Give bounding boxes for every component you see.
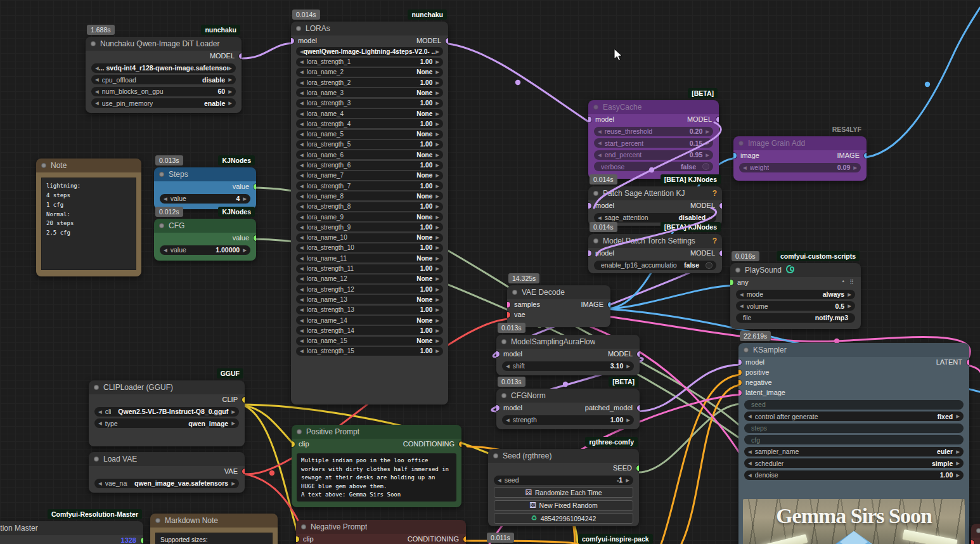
decrement-arrow-icon[interactable]: ◀	[300, 111, 304, 117]
collapse-dot-icon[interactable]	[41, 163, 46, 168]
decrement-arrow-icon[interactable]: ◀	[300, 318, 304, 323]
output-slot-MODEL[interactable]	[637, 351, 640, 357]
output-slot-VAE[interactable]	[242, 469, 245, 474]
collapse-dot-icon[interactable]	[94, 385, 99, 390]
widget-file[interactable]: filenotify.mp3	[736, 313, 855, 323]
widget-mode[interactable]: ◀modealways▶	[736, 290, 855, 299]
output-slot-MODEL[interactable]	[716, 117, 719, 122]
output-slot-MODEL[interactable]	[446, 38, 449, 44]
decrement-arrow-icon[interactable]: ◀	[98, 481, 102, 486]
collapse-dot-icon[interactable]	[297, 429, 302, 434]
decrement-arrow-icon[interactable]: ◀	[95, 100, 99, 106]
output-slot-value[interactable]	[254, 184, 257, 190]
widget-lora_name_10[interactable]: ◀lora_name_10None▶	[296, 233, 443, 242]
node-titlebar[interactable]: Nunchaku Qwen-Image DiT Loader	[86, 37, 242, 51]
node-titlebar[interactable]: EasyCache	[588, 100, 719, 114]
node-steps[interactable]: 0.013sKJNodesStepsvalue◀value4▶	[154, 167, 256, 209]
input-slot-any[interactable]	[730, 280, 733, 285]
widget-lora_strength_2[interactable]: ◀lora_strength_21.00▶	[296, 78, 443, 87]
collapse-dot-icon[interactable]	[593, 191, 598, 196]
widget-reuse_threshold[interactable]: ◀reuse_threshold0.20▶	[594, 127, 713, 136]
widget-end_percent[interactable]: ◀end_percent0.95▶	[594, 150, 713, 160]
node-positive-prompt[interactable]: Positive PromptclipCONDITIONINGMultiple …	[292, 425, 461, 507]
increment-arrow-icon[interactable]: ▶	[435, 338, 439, 344]
decrement-arrow-icon[interactable]: ◀	[300, 287, 304, 292]
widget-volume[interactable]: ◀volume0.5▶	[736, 301, 855, 311]
decrement-arrow-icon[interactable]: ◀	[598, 215, 602, 221]
button-new-fixed-random[interactable]: ⚄New Fixed Random	[494, 500, 633, 511]
widget-value[interactable]: ◀value1.00000▶	[160, 245, 250, 255]
node-titlebar[interactable]: Image Grain Add	[733, 136, 867, 150]
input-slot-positive[interactable]	[738, 370, 742, 375]
toggle-knob[interactable]	[702, 163, 709, 170]
increment-arrow-icon[interactable]: ▶	[435, 287, 439, 292]
decrement-arrow-icon[interactable]: ◀	[748, 472, 752, 478]
increment-arrow-icon[interactable]: ▶	[435, 80, 439, 86]
increment-arrow-icon[interactable]: ▶	[435, 224, 439, 230]
increment-arrow-icon[interactable]: ▶	[231, 409, 235, 415]
node-markdown-note[interactable]: Markdown NoteSupported sizes:	[150, 514, 278, 544]
increment-arrow-icon[interactable]: ▶	[626, 363, 630, 369]
increment-arrow-icon[interactable]: ▶	[626, 477, 629, 483]
node-cliploader-gguf[interactable]: GGUFCLIPLoader (GGUF)CLIP◀clip_na ...Qwe…	[89, 380, 245, 446]
collapse-dot-icon[interactable]	[512, 290, 517, 295]
input-slot-model[interactable]	[496, 405, 500, 411]
node-titlebar[interactable]: LORAs	[291, 22, 448, 36]
decrement-arrow-icon[interactable]: ◀	[506, 363, 510, 369]
node-patch-sage-attention-kj[interactable]: 0.014s[BETA] KJNodesPatch Sage Attention…	[588, 186, 722, 226]
node-titlebar[interactable]: CLIPLoader (GGUF)	[89, 380, 245, 394]
node-titlebar[interactable]: KSampler	[738, 343, 969, 357]
widget-value[interactable]: ◀... svdq-int4_r128-qwen-image.safetenso…	[91, 63, 236, 73]
decrement-arrow-icon[interactable]: ◀	[300, 348, 304, 354]
increment-arrow-icon[interactable]: ▶	[435, 49, 439, 55]
decrement-arrow-icon[interactable]: ◀	[300, 328, 304, 334]
node-corner-node-fragment[interactable]	[971, 524, 980, 544]
input-slot-clip[interactable]	[292, 441, 295, 447]
increment-arrow-icon[interactable]: ▶	[243, 196, 247, 202]
widget-lora_strength_13[interactable]: ◀lora_strength_131.00▶	[296, 306, 443, 314]
increment-arrow-icon[interactable]: ▶	[435, 307, 439, 313]
decrement-arrow-icon[interactable]: ◀	[95, 89, 99, 94]
widget-lora_name_8[interactable]: ◀lora_name_8None▶	[296, 191, 443, 200]
decrement-arrow-icon[interactable]: ◀	[300, 121, 304, 127]
decrement-arrow-icon[interactable]: ◀	[300, 90, 304, 96]
widget-lora_strength_15[interactable]: ◀lora_strength_151.00▶	[296, 347, 443, 356]
widget-start_percent[interactable]: ◀start_percent0.15▶	[594, 138, 713, 148]
widget-cfg[interactable]: cfg	[744, 435, 964, 444]
input-slot-image[interactable]	[733, 153, 737, 159]
widget-value[interactable]: ◀value4▶	[160, 194, 250, 204]
increment-arrow-icon[interactable]: ▶	[435, 193, 439, 199]
node-vae-decode[interactable]: 14.325sVAE DecodesamplesIMAGEvae	[507, 285, 610, 327]
input-slot-model[interactable]	[588, 250, 591, 256]
decrement-arrow-icon[interactable]: ◀	[300, 59, 304, 65]
increment-arrow-icon[interactable]: ▶	[435, 297, 439, 302]
collapse-dot-icon[interactable]	[493, 453, 498, 458]
widget-lora_strength_3[interactable]: ◀lora_strength_31.00▶	[296, 99, 443, 108]
widget-lora_strength_11[interactable]: ◀lora_strength_111.00▶	[296, 264, 443, 273]
decrement-arrow-icon[interactable]: ◀	[748, 449, 752, 455]
help-icon[interactable]: ?	[712, 189, 717, 198]
output-slot-patched_model[interactable]	[637, 405, 640, 411]
increment-arrow-icon[interactable]: ▶	[435, 256, 439, 261]
decrement-arrow-icon[interactable]: ◀	[300, 214, 304, 220]
decrement-arrow-icon[interactable]: ◀	[300, 276, 304, 282]
increment-arrow-icon[interactable]: ▶	[228, 89, 232, 94]
widget-lora_strength_6[interactable]: ◀lora_strength_61.00▶	[296, 161, 443, 170]
increment-arrow-icon[interactable]: ▶	[435, 162, 439, 168]
decrement-arrow-icon[interactable]: ◀	[164, 196, 167, 202]
node-titlebar[interactable]: Resolution Master	[0, 521, 143, 535]
widget-value[interactable]: ◀qwen\Qwen-Image-Lightning-4steps-V2.0- …	[296, 47, 443, 56]
decrement-arrow-icon[interactable]: ◀	[598, 140, 602, 146]
increment-arrow-icon[interactable]: ▶	[435, 214, 439, 220]
input-slot-model[interactable]	[588, 203, 591, 209]
input-slot-vae[interactable]	[507, 312, 510, 318]
node-titlebar[interactable]: Seed (rgthree)	[488, 449, 639, 463]
decrement-arrow-icon[interactable]: ◀	[498, 477, 501, 483]
widget-cpu_offload[interactable]: ◀cpu_offloaddisable▶	[91, 75, 236, 84]
widget-vae_name[interactable]: ◀vae_nameqwen_image_vae.safetensors▶	[94, 479, 239, 488]
increment-arrow-icon[interactable]: ▶	[435, 245, 439, 250]
input-slot-model[interactable]	[291, 38, 294, 44]
decrement-arrow-icon[interactable]: ◀	[300, 100, 304, 106]
increment-arrow-icon[interactable]: ▶	[435, 121, 439, 127]
decrement-arrow-icon[interactable]: ◀	[300, 256, 304, 261]
